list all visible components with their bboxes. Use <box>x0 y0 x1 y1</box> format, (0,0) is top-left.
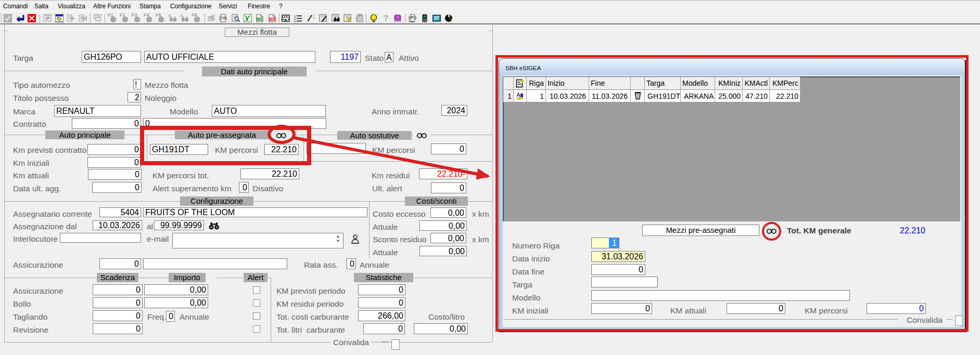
svg-text:8: 8 <box>181 14 183 18</box>
svg-text:?: ? <box>384 14 389 22</box>
svg-text:?: ? <box>397 16 399 19</box>
svg-text:CSV: CSV <box>257 18 263 21</box>
svg-text:a: a <box>285 17 287 22</box>
svg-text:3: 3 <box>294 20 296 23</box>
svg-text:N: N <box>448 15 450 18</box>
svg-text:XML: XML <box>270 18 276 21</box>
svg-text:6: 6 <box>169 14 171 18</box>
